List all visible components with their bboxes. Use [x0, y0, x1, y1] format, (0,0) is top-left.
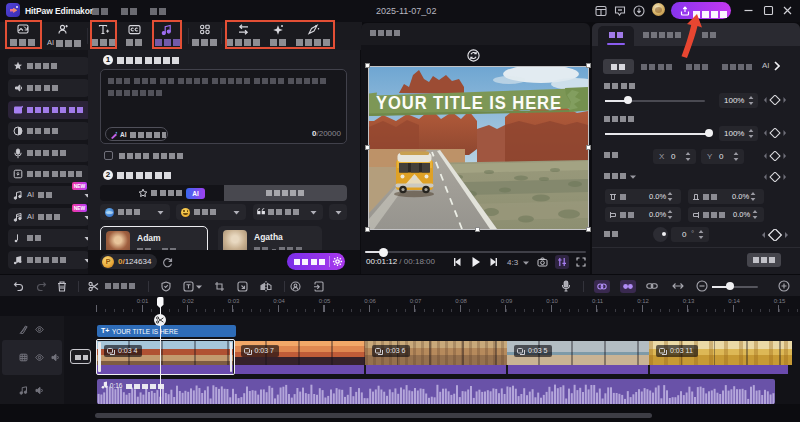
svg-text:YOUR TITLE IS HERE: YOUR TITLE IS HERE [376, 93, 562, 113]
